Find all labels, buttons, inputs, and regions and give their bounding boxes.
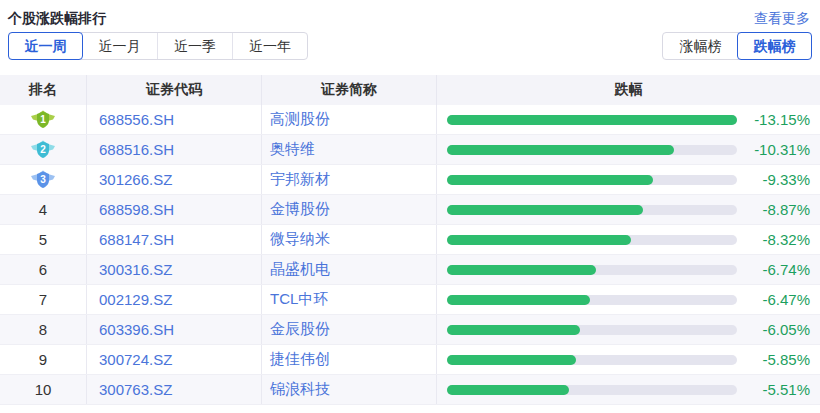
code-cell: 301266.SZ: [87, 165, 262, 194]
change-bar-fill: [447, 295, 590, 305]
name-cell: 微导纳米: [262, 225, 437, 254]
svg-text:1: 1: [40, 114, 46, 125]
rank-number: 9: [39, 351, 47, 368]
name-cell: 金辰股份: [262, 315, 437, 344]
stock-code-link[interactable]: 688598.SH: [99, 201, 174, 218]
rank-cell: 4: [0, 195, 87, 224]
rank-number: 8: [39, 321, 47, 338]
stock-name-link[interactable]: 金辰股份: [270, 320, 330, 339]
stock-ranking-panel: 个股涨跌幅排行 查看更多 近一周 近一月 近一季 近一年 涨幅榜 跌幅榜 排名 …: [0, 0, 820, 405]
stock-name-link[interactable]: 奥特维: [270, 140, 315, 159]
name-cell: 奥特维: [262, 135, 437, 164]
change-bar-track: [447, 295, 737, 305]
change-bar-fill: [447, 175, 653, 185]
name-cell: 锦浪科技: [262, 375, 437, 404]
rank-cell: 2: [0, 135, 87, 164]
stock-code-link[interactable]: 300316.SZ: [99, 261, 172, 278]
svg-text:2: 2: [40, 144, 46, 155]
name-cell: 金博股份: [262, 195, 437, 224]
name-cell: 高测股份: [262, 105, 437, 134]
change-bar-fill: [447, 265, 596, 275]
stock-code-link[interactable]: 603396.SH: [99, 321, 174, 338]
page-title: 个股涨跌幅排行: [8, 10, 106, 28]
rank-cell: 9: [0, 345, 87, 374]
change-cell: -5.51%: [437, 375, 820, 404]
ranking-table: 排名 证券代码 证券简称 跌幅 1688556.SH高测股份-13.15%268…: [0, 75, 820, 405]
change-bar-track: [447, 265, 737, 275]
change-percent: -6.05%: [737, 321, 810, 338]
col-header-change: 跌幅: [437, 75, 820, 105]
col-header-code: 证券代码: [87, 75, 262, 105]
change-bar-track: [447, 175, 737, 185]
tab-last-quarter[interactable]: 近一季: [157, 33, 232, 59]
stock-code-link[interactable]: 688516.SH: [99, 141, 174, 158]
change-bar-fill: [447, 205, 643, 215]
rank-3-medal-icon: 3: [30, 170, 56, 189]
change-cell: -13.15%: [437, 105, 820, 134]
change-cell: -6.05%: [437, 315, 820, 344]
stock-name-link[interactable]: 宇邦新材: [270, 170, 330, 189]
table-row: 2688516.SH奥特维-10.31%: [0, 135, 820, 165]
col-header-rank: 排名: [0, 75, 87, 105]
table-row: 1688556.SH高测股份-13.15%: [0, 105, 820, 135]
code-cell: 300316.SZ: [87, 255, 262, 284]
stock-name-link[interactable]: 金博股份: [270, 200, 330, 219]
rank-2-medal-icon: 2: [30, 140, 56, 159]
stock-code-link[interactable]: 688147.SH: [99, 231, 174, 248]
code-cell: 300763.SZ: [87, 375, 262, 404]
stock-name-link[interactable]: 捷佳伟创: [270, 350, 330, 369]
change-percent: -5.51%: [737, 381, 810, 398]
table-row: 5688147.SH微导纳米-8.32%: [0, 225, 820, 255]
stock-name-link[interactable]: 高测股份: [270, 110, 330, 129]
change-percent: -9.33%: [737, 171, 810, 188]
change-bar-track: [447, 385, 737, 395]
tab-last-year[interactable]: 近一年: [232, 33, 307, 59]
change-cell: -9.33%: [437, 165, 820, 194]
table-row: 6300316.SZ晶盛机电-6.74%: [0, 255, 820, 285]
name-cell: TCL中环: [262, 285, 437, 314]
change-percent: -5.85%: [737, 351, 810, 368]
change-cell: -8.32%: [437, 225, 820, 254]
code-cell: 688598.SH: [87, 195, 262, 224]
tab-gainers[interactable]: 涨幅榜: [663, 33, 738, 59]
rank-number: 6: [39, 261, 47, 278]
change-cell: -8.87%: [437, 195, 820, 224]
rank-cell: 7: [0, 285, 87, 314]
rank-cell: 8: [0, 315, 87, 344]
tab-last-month[interactable]: 近一月: [82, 33, 157, 59]
rank-1-medal-icon: 1: [30, 110, 56, 129]
tab-last-week[interactable]: 近一周: [8, 32, 83, 60]
stock-code-link[interactable]: 301266.SZ: [99, 171, 172, 188]
change-bar-fill: [447, 235, 631, 245]
change-percent: -13.15%: [737, 111, 810, 128]
rank-number: 4: [39, 201, 47, 218]
table-row: 10300763.SZ锦浪科技-5.51%: [0, 375, 820, 405]
change-cell: -5.85%: [437, 345, 820, 374]
change-bar-fill: [447, 145, 674, 155]
table-header-row: 排名 证券代码 证券简称 跌幅: [0, 75, 820, 105]
stock-name-link[interactable]: 锦浪科技: [270, 380, 330, 399]
table-row: 9300724.SZ捷佳伟创-5.85%: [0, 345, 820, 375]
stock-name-link[interactable]: TCL中环: [270, 290, 328, 309]
view-more-link[interactable]: 查看更多: [754, 10, 810, 28]
tab-losers[interactable]: 跌幅榜: [737, 32, 812, 60]
stock-code-link[interactable]: 688556.SH: [99, 111, 174, 128]
change-bar-fill: [447, 325, 580, 335]
rank-number: 10: [35, 381, 52, 398]
change-bar-track: [447, 235, 737, 245]
stock-name-link[interactable]: 微导纳米: [270, 230, 330, 249]
change-bar-fill: [447, 355, 576, 365]
stock-code-link[interactable]: 300724.SZ: [99, 351, 172, 368]
stock-code-link[interactable]: 300763.SZ: [99, 381, 172, 398]
change-bar-track: [447, 145, 737, 155]
stock-code-link[interactable]: 002129.SZ: [99, 291, 172, 308]
change-percent: -10.31%: [737, 141, 810, 158]
rank-number: 5: [39, 231, 47, 248]
col-header-name: 证券简称: [262, 75, 437, 105]
rank-number: 7: [39, 291, 47, 308]
stock-name-link[interactable]: 晶盛机电: [270, 260, 330, 279]
code-cell: 688556.SH: [87, 105, 262, 134]
change-bar-track: [447, 355, 737, 365]
table-row: 8603396.SH金辰股份-6.05%: [0, 315, 820, 345]
change-cell: -10.31%: [437, 135, 820, 164]
